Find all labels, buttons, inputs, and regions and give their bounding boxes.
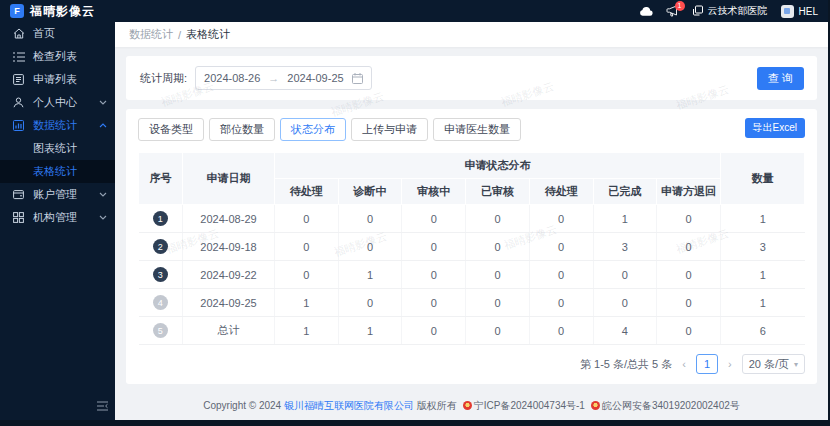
pagination-summary: 第 1-5 条/总共 5 条 [580, 357, 672, 372]
col-header-count: 数量 [721, 153, 805, 205]
footer-company-link[interactable]: 银川福晴互联网医院有限公司 [284, 400, 414, 411]
cell-status-6: 0 [657, 261, 721, 289]
cell-count: 1 [721, 205, 805, 233]
cell-status-1: 0 [338, 233, 402, 261]
col-header-status-4: 待处理 [529, 179, 593, 205]
cell-status-5: 0 [593, 261, 657, 289]
table-row: 42024-09-2510000001 [139, 289, 805, 317]
cell-status-2: 0 [402, 261, 466, 289]
page-size-select[interactable]: 20 条/页 ▾ [742, 354, 805, 374]
sidebar: 首页检查列表申请列表个人中心数据统计图表统计表格统计账户管理机构管理 [0, 22, 115, 420]
col-header-status-group: 申请状态分布 [275, 153, 721, 179]
tab-device-type[interactable]: 设备类型 [138, 118, 204, 141]
sidebar-item-data-statistics[interactable]: 数据统计 [0, 114, 115, 137]
sidebar-item-label: 个人中心 [33, 95, 99, 110]
cell-status-4: 0 [529, 233, 593, 261]
col-header-date: 申请日期 [183, 153, 275, 205]
tab-upload-apply[interactable]: 上传与申请 [351, 118, 428, 141]
notification-badge: 1 [675, 1, 685, 11]
cell-status-4: 0 [529, 205, 593, 233]
cell-status-3: 0 [466, 205, 530, 233]
top-bar: F 福晴影像云 1 云技术部医院 HEL [0, 0, 828, 22]
document-icon [13, 74, 26, 85]
sidebar-item-personal-center[interactable]: 个人中心 [0, 91, 115, 114]
table-row: 12024-08-2900000101 [139, 205, 805, 233]
cell-date: 2024-09-22 [183, 261, 275, 289]
pagination: 第 1-5 条/总共 5 条 ‹ 1 › 20 条/页 ▾ [138, 354, 805, 374]
cell-count: 3 [721, 233, 805, 261]
sidebar-item-label: 图表统计 [33, 141, 107, 156]
cell-status-6: 0 [657, 289, 721, 317]
announcement-icon[interactable]: 1 [666, 5, 679, 17]
cell-status-2: 0 [402, 205, 466, 233]
sidebar-item-home[interactable]: 首页 [0, 22, 115, 45]
cell-status-0: 1 [275, 289, 339, 317]
menu-fold-icon[interactable] [97, 397, 108, 415]
cell-count: 1 [721, 261, 805, 289]
user-menu[interactable]: HEL [781, 5, 818, 18]
row-index-badge: 5 [153, 323, 168, 338]
tab-part-count[interactable]: 部位数量 [209, 118, 275, 141]
cell-status-4: 0 [529, 261, 593, 289]
cell-status-0: 1 [275, 317, 339, 345]
page-number-button[interactable]: 1 [696, 354, 718, 374]
end-date: 2024-09-25 [287, 72, 343, 84]
footer-security: 皖公网安备34019202002402号 [602, 400, 740, 411]
sidebar-item-table-statistics[interactable]: 表格统计 [0, 160, 115, 183]
cell-count: 6 [721, 317, 805, 345]
sidebar-item-label: 申请列表 [33, 72, 107, 87]
app-title: 福晴影像云 [30, 3, 95, 20]
cell-status-0: 0 [275, 233, 339, 261]
sidebar-item-label: 账户管理 [33, 187, 99, 202]
cell-status-3: 0 [466, 233, 530, 261]
cell-status-5: 0 [593, 289, 657, 317]
cell-status-4: 0 [529, 289, 593, 317]
chevron-left-icon[interactable]: ‹ [680, 358, 688, 370]
cell-status-1: 0 [338, 289, 402, 317]
tab-apply-doctor-count[interactable]: 申请医生数量 [433, 118, 521, 141]
cell-status-1: 0 [338, 205, 402, 233]
filter-card: 统计周期: 2024-08-26 → 2024-09-25 查 询 [126, 56, 817, 100]
sidebar-item-account-management[interactable]: 账户管理 [0, 183, 115, 206]
app-window: F 福晴影像云 1 云技术部医院 HEL 首页检查列表申请列表个人中心数据统计图… [0, 0, 828, 420]
cell-status-0: 0 [275, 205, 339, 233]
breadcrumb: 数据统计 / 表格统计 [115, 22, 828, 47]
footer-copyright: Copyright © 2024 [203, 400, 284, 411]
cell-date: 2024-08-29 [183, 205, 275, 233]
row-index-badge: 1 [153, 211, 168, 226]
query-button[interactable]: 查 询 [757, 67, 804, 90]
chevron-right-icon[interactable]: › [726, 358, 734, 370]
sidebar-item-label: 数据统计 [33, 118, 99, 133]
cell-count: 1 [721, 289, 805, 317]
sidebar-item-org-management[interactable]: 机构管理 [0, 206, 115, 229]
sidebar-item-exam-list[interactable]: 检查列表 [0, 45, 115, 68]
sidebar-item-apply-list[interactable]: 申请列表 [0, 68, 115, 91]
tab-status-distribution[interactable]: 状态分布 [280, 118, 346, 141]
cell-date: 2024-09-18 [183, 233, 275, 261]
sidebar-item-chart-statistics[interactable]: 图表统计 [0, 137, 115, 160]
cell-status-6: 0 [657, 205, 721, 233]
app-logo-icon: F [10, 4, 24, 18]
cell-status-3: 0 [466, 317, 530, 345]
date-range-picker[interactable]: 2024-08-26 → 2024-09-25 [195, 66, 372, 90]
emblem-icon [591, 401, 600, 410]
row-index-badge: 4 [153, 295, 168, 310]
home-icon [13, 28, 26, 39]
switch-org-icon [692, 5, 704, 17]
cell-status-6: 0 [657, 317, 721, 345]
wallet-icon [13, 189, 26, 200]
export-excel-button[interactable]: 导出Excel [745, 118, 805, 138]
col-header-index: 序号 [139, 153, 183, 205]
cell-status-6: 0 [657, 233, 721, 261]
breadcrumb-parent[interactable]: 数据统计 [129, 27, 173, 42]
cell-status-3: 0 [466, 289, 530, 317]
chart-icon [13, 120, 26, 131]
footer-rights: 版权所有 [414, 400, 457, 411]
table-card: 设备类型部位数量状态分布上传与申请申请医生数量 导出Excel 序号 申请日期 … [126, 109, 817, 384]
user-icon [13, 97, 26, 108]
date-range-label: 统计周期: [140, 71, 187, 86]
org-switcher[interactable]: 云技术部医院 [692, 4, 768, 18]
cell-status-5: 4 [593, 317, 657, 345]
cloud-icon[interactable] [639, 6, 653, 17]
user-name: HEL [799, 6, 818, 17]
